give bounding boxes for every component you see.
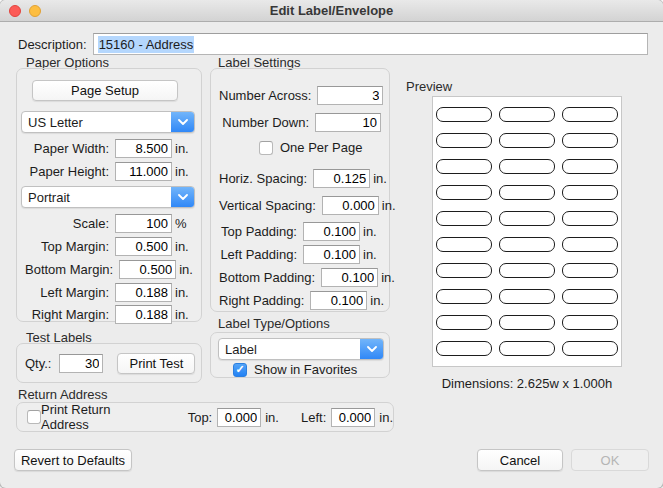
bottom-padding-input[interactable] [321, 268, 378, 287]
field-row-top-padding: Top Padding:in. [219, 221, 381, 241]
horiz-spacing-input[interactable] [313, 169, 370, 188]
preview-label-cell [562, 159, 618, 174]
orientation-select[interactable]: Portrait [21, 186, 195, 208]
top-margin-unit: in. [172, 239, 193, 254]
preview-dimensions: Dimensions: 2.625w x 1.000h [412, 376, 642, 391]
one-per-page-checkbox[interactable] [259, 141, 273, 155]
horiz-spacing-unit: in. [370, 171, 387, 186]
revert-to-defaults-button[interactable]: Revert to Defaults [14, 449, 132, 471]
preview-label-cell [562, 185, 618, 200]
left-margin-label: Left Margin: [25, 285, 115, 300]
ok-button[interactable]: OK [571, 449, 649, 471]
number-across-label: Number Across: [219, 88, 317, 103]
show-in-favorites-row: ✓ Show in Favorites [233, 362, 357, 377]
top-margin-input[interactable] [115, 237, 172, 256]
paper-width-unit: in. [172, 141, 193, 156]
vertical-spacing-input[interactable] [322, 196, 379, 215]
left-padding-label: Left Padding: [219, 247, 303, 262]
bottom-margin-unit: in. [176, 262, 193, 277]
preview-label-cell [499, 159, 555, 174]
return-address-group: Print Return Address Top: in. Left: in. [16, 402, 394, 432]
bottom-padding-unit: in. [378, 270, 395, 285]
top-padding-input[interactable] [303, 222, 360, 241]
field-row-paper-width: Paper Width:in. [25, 138, 193, 158]
chevron-down-icon [360, 339, 383, 359]
chevron-down-icon [171, 187, 194, 207]
right-padding-input[interactable] [310, 291, 367, 310]
bottom-padding-label: Bottom Padding: [219, 270, 321, 285]
show-in-favorites-label: Show in Favorites [254, 362, 357, 377]
description-value: 15160 - Address [98, 36, 195, 53]
left-margin-input[interactable] [115, 283, 172, 302]
field-row-bottom-padding: Bottom Padding:in. [219, 267, 381, 287]
print-return-address-checkbox[interactable] [27, 410, 41, 424]
bottom-margin-input[interactable] [119, 260, 176, 279]
description-input[interactable]: 15160 - Address [93, 33, 648, 55]
label-type-select[interactable]: Label [218, 338, 384, 360]
one-per-page-row: One Per Page [259, 140, 362, 155]
cancel-button[interactable]: Cancel [477, 449, 563, 471]
preview-label-cell [562, 315, 618, 330]
right-margin-input[interactable] [115, 305, 172, 324]
paper-height-input[interactable] [115, 162, 172, 181]
preview-label-cell [562, 107, 618, 122]
minimize-button[interactable] [29, 5, 41, 17]
preview-label-cell [436, 133, 492, 148]
qty-label: Qty.: [25, 356, 51, 371]
preview-label-cell [436, 289, 492, 304]
preview-label-cell [499, 107, 555, 122]
preview-label-cell [499, 263, 555, 278]
scale-input[interactable] [115, 214, 172, 233]
close-button[interactable] [9, 5, 21, 17]
right-margin-unit: in. [172, 307, 193, 322]
return-top-label: Top: [188, 410, 213, 425]
preview-label-cell [562, 263, 618, 278]
bottom-margin-label: Bottom Margin: [25, 262, 119, 277]
description-row: Description: 15160 - Address [18, 33, 648, 55]
preview-label-cell [436, 263, 492, 278]
page-setup-button[interactable]: Page Setup [32, 80, 178, 101]
scale-unit: % [172, 216, 193, 231]
return-top-input[interactable] [217, 408, 261, 427]
field-row-scale: Scale:% [25, 213, 193, 233]
preview-label-cell [499, 315, 555, 330]
right-padding-label: Right Padding: [219, 293, 310, 308]
show-in-favorites-checkbox[interactable]: ✓ [233, 363, 247, 377]
preview-title: Preview [406, 79, 452, 94]
top-margin-label: Top Margin: [25, 239, 115, 254]
scale-label: Scale: [25, 216, 115, 231]
paper-size-select[interactable]: US Letter [21, 111, 195, 133]
number-across-input[interactable] [317, 86, 383, 105]
field-row-bottom-margin: Bottom Margin:in. [25, 259, 193, 279]
vertical-spacing-unit: in. [379, 198, 396, 213]
field-row-left-padding: Left Padding:in. [219, 244, 381, 264]
preview-label-cell [562, 237, 618, 252]
paper-width-input[interactable] [115, 139, 172, 158]
check-icon: ✓ [235, 364, 244, 375]
return-left-unit: in. [379, 410, 393, 425]
return-address-title: Return Address [18, 387, 108, 402]
label-type-title: Label Type/Options [218, 316, 330, 331]
return-left-input[interactable] [331, 408, 375, 427]
test-labels-group: Qty.: Print Test [16, 343, 202, 383]
number-down-label: Number Down: [219, 115, 315, 130]
field-row-horiz-spacing: Horiz. Spacing:in. [219, 168, 381, 188]
paper-height-label: Paper Height: [25, 164, 115, 179]
field-row-right-margin: Right Margin:in. [25, 304, 193, 324]
paper-height-unit: in. [172, 164, 193, 179]
preview-label-cell [436, 315, 492, 330]
left-padding-input[interactable] [303, 245, 360, 264]
field-row-top-margin: Top Margin:in. [25, 236, 193, 256]
right-padding-unit: in. [367, 293, 384, 308]
print-return-address-label: Print Return Address [41, 402, 158, 432]
label-type-group: Label ✓ Show in Favorites [210, 332, 390, 378]
print-test-button[interactable]: Print Test [117, 353, 195, 374]
chevron-down-icon [171, 112, 194, 132]
field-row-paper-height: Paper Height:in. [25, 161, 193, 181]
field-row-left-margin: Left Margin:in. [25, 282, 193, 302]
return-top-unit: in. [265, 410, 279, 425]
number-down-input[interactable] [315, 113, 381, 132]
label-type-value: Label [219, 339, 360, 359]
qty-input[interactable] [59, 354, 103, 373]
preview-label-cell [499, 237, 555, 252]
